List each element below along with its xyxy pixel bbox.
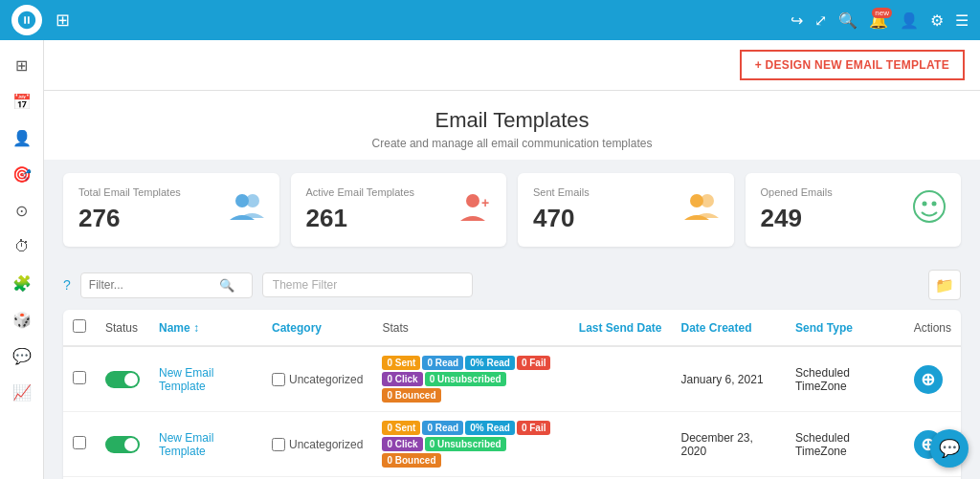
header-last-send[interactable]: Last Send Date <box>569 310 672 346</box>
sidebar-item-calendar[interactable]: 📅 <box>4 84 40 119</box>
header-date-created[interactable]: Date Created <box>672 310 787 346</box>
table-body: New Email Template Uncategorized 0 Sent0… <box>63 346 961 479</box>
filter-input-wrap: 🔍 <box>80 272 253 298</box>
sidebar: ⊞ 📅 👤 🎯 ⊙ ⏱ 🧩 🎲 💬 📈 <box>0 40 44 479</box>
sidebar-item-automations[interactable]: ⊙ <box>4 193 40 228</box>
search-icon[interactable]: 🔍 <box>838 11 858 30</box>
category-checkbox[interactable] <box>272 438 285 451</box>
share-icon[interactable]: ↪ <box>791 11 803 30</box>
row-status <box>96 346 149 412</box>
template-name-link[interactable]: New Email Template <box>159 431 213 458</box>
folder-button[interactable]: 📁 <box>928 270 961 300</box>
stat-left-sent: Sent Emails 470 <box>533 186 590 233</box>
gear-icon[interactable]: ⚙ <box>930 11 944 30</box>
top-nav: ⊞ ↪ ⤢ 🔍 🔔 new 👤 ⚙ ☰ <box>0 0 980 40</box>
action-add-button[interactable]: ⊕ <box>914 365 943 394</box>
stat-badge: 0 Click <box>382 372 422 386</box>
menu-icon[interactable]: ☰ <box>955 11 969 30</box>
sidebar-item-dashboard[interactable]: ⊞ <box>4 48 40 82</box>
row-checkbox[interactable] <box>73 436 86 449</box>
sidebar-item-reports[interactable]: 📈 <box>4 375 40 409</box>
stat-badge: 0 Bounced <box>382 388 440 403</box>
stat-icon-active: + <box>460 192 491 228</box>
sidebar-item-integrations[interactable]: 🧩 <box>4 266 40 300</box>
logo[interactable] <box>11 5 42 35</box>
select-all-checkbox[interactable] <box>73 319 86 333</box>
stat-badge: 0 Bounced <box>382 453 440 468</box>
design-new-template-button[interactable]: + DESIGN NEW EMAIL TEMPLATE <box>740 50 965 80</box>
stat-left-opened: Opened Emails 249 <box>761 186 833 233</box>
sidebar-item-segments[interactable]: 🎲 <box>4 302 40 337</box>
filter-search-icon: 🔍 <box>219 278 234 293</box>
sidebar-item-campaigns[interactable]: 🎯 <box>4 157 40 191</box>
expand-icon[interactable]: ⤢ <box>814 11 827 30</box>
nav-left: ⊞ <box>11 5 70 35</box>
stat-badge: 0 Unsubscribed <box>425 437 506 451</box>
stats-row: Total Email Templates 276 Active Email T… <box>44 160 980 260</box>
stat-left-active: Active Email Templates 261 <box>306 186 415 233</box>
row-checkbox[interactable] <box>73 371 86 384</box>
status-toggle[interactable] <box>105 436 140 453</box>
header-category[interactable]: Category <box>262 310 372 346</box>
row-send-type: Scheduled TimeZone <box>786 346 904 412</box>
row-name: New Email Template <box>149 346 262 412</box>
table-header-row: Status Name ↕ Category Stats Last Send D… <box>63 310 961 346</box>
filter-bar: ? 🔍 Theme Filter 📁 <box>44 260 980 310</box>
nav-right: ↪ ⤢ 🔍 🔔 new 👤 ⚙ ☰ <box>791 11 969 30</box>
row-send-type: Scheduled TimeZone <box>786 412 904 477</box>
stat-left-total: Total Email Templates 276 <box>78 186 181 233</box>
page-subtitle: Create and manage all email communicatio… <box>44 137 980 150</box>
svg-point-2 <box>466 194 479 207</box>
stat-badge: 0 Click <box>382 437 422 451</box>
stat-card-total: Total Email Templates 276 <box>63 173 279 247</box>
header-actions: Actions <box>904 310 961 346</box>
stat-badge: 0% Read <box>465 356 515 370</box>
bell-icon[interactable]: 🔔 new <box>869 11 888 30</box>
notification-badge: new <box>872 8 892 18</box>
row-last-send <box>569 346 672 412</box>
stat-badge: 0% Read <box>465 421 515 435</box>
row-checkbox-cell <box>63 412 96 477</box>
svg-point-8 <box>932 202 937 207</box>
header-checkbox <box>63 310 96 346</box>
svg-point-6 <box>914 191 945 222</box>
design-bar: + DESIGN NEW EMAIL TEMPLATE <box>44 40 980 91</box>
stat-badge: 0 Fail <box>517 421 551 435</box>
header-send-type[interactable]: Send Type <box>786 310 904 346</box>
sidebar-item-contacts[interactable]: 👤 <box>4 120 40 155</box>
theme-filter-dropdown[interactable]: Theme Filter <box>262 272 473 297</box>
filter-input[interactable] <box>89 278 213 292</box>
stat-badge: 0 Fail <box>517 356 551 370</box>
row-category: Uncategorized <box>262 412 372 477</box>
sidebar-item-timing[interactable]: ⏱ <box>4 229 40 264</box>
row-date-created: December 23, 2020 <box>672 412 787 477</box>
table-row: New Email Template Uncategorized 0 Sent0… <box>63 412 961 477</box>
header-name[interactable]: Name ↕ <box>149 310 262 346</box>
page-header: Email Templates Create and manage all em… <box>44 91 980 160</box>
user-icon[interactable]: 👤 <box>900 11 919 30</box>
row-date-created: January 6, 2021 <box>672 346 787 412</box>
row-last-send <box>569 412 672 477</box>
content-area: + DESIGN NEW EMAIL TEMPLATE Email Templa… <box>44 40 980 479</box>
stat-badge: 0 Sent <box>382 421 420 435</box>
template-name-link[interactable]: New Email Template <box>159 366 213 393</box>
chat-bubble-button[interactable]: 💬 <box>930 429 969 468</box>
row-status <box>96 412 149 477</box>
help-icon[interactable]: ? <box>63 277 71 293</box>
svg-point-1 <box>246 194 259 207</box>
sidebar-item-messages[interactable]: 💬 <box>4 338 40 373</box>
stat-value-opened: 249 <box>761 204 833 233</box>
page-title: Email Templates <box>44 108 980 133</box>
row-stats: 0 Sent0 Read0% Read0 Fail0 Click0 Unsubs… <box>372 346 568 412</box>
stat-icon-sent <box>684 193 719 227</box>
grid-icon[interactable]: ⊞ <box>56 10 70 31</box>
status-toggle[interactable] <box>105 371 140 388</box>
stat-card-opened: Opened Emails 249 <box>746 173 962 247</box>
row-checkbox-cell <box>63 346 96 412</box>
table-wrap: Status Name ↕ Category Stats Last Send D… <box>44 310 980 479</box>
category-checkbox[interactable] <box>272 373 285 386</box>
stat-badge: 0 Read <box>422 421 463 435</box>
header-stats: Stats <box>372 310 568 346</box>
svg-point-5 <box>701 194 714 207</box>
templates-table: Status Name ↕ Category Stats Last Send D… <box>63 310 961 479</box>
